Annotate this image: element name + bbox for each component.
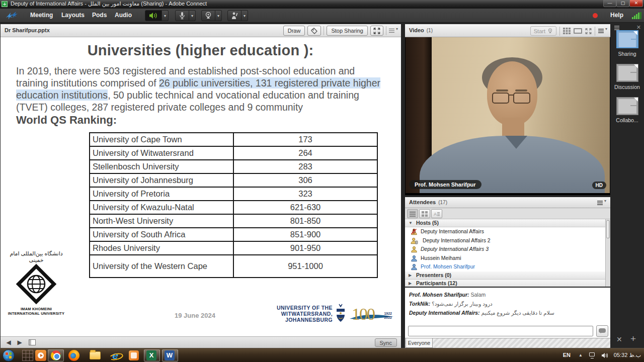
- attendee-row[interactable]: Deputy International Affairs 3: [405, 245, 610, 254]
- attendee-row-selected[interactable]: Prof. Mohsen Sharifpur: [405, 262, 610, 272]
- taskbar-chrome-icon[interactable]: [51, 350, 61, 360]
- tab-everyone[interactable]: Everyone: [406, 338, 433, 348]
- speaker-icon: [149, 12, 158, 19]
- maximize-button[interactable]: ▢: [616, 0, 629, 7]
- host-avatar-icon: [411, 246, 418, 253]
- chat-input[interactable]: [408, 326, 593, 336]
- menu-meeting[interactable]: Meeting: [30, 12, 53, 19]
- attendee-row[interactable]: Deputy International Affairs 2: [405, 236, 610, 245]
- participants-group-row[interactable]: ▶ Participants (12): [405, 280, 610, 287]
- volume-icon[interactable]: [601, 352, 609, 358]
- sync-button[interactable]: Sync: [375, 338, 397, 347]
- webcam-button[interactable]: [201, 10, 215, 21]
- video-pod-menu[interactable]: [598, 28, 607, 34]
- taskbar-media-player-icon[interactable]: [35, 350, 46, 361]
- taskbar-explorer-icon[interactable]: [90, 351, 101, 359]
- layout-discussion-label[interactable]: Discussion: [610, 84, 644, 90]
- attendee-row[interactable]: Deputy International Affairs: [405, 227, 610, 236]
- minimize-button[interactable]: —: [603, 0, 616, 7]
- microphone-dropdown[interactable]: ▾: [189, 10, 196, 21]
- video-fullscreen-icon[interactable]: [585, 28, 592, 34]
- university-cell: University of South Africa: [90, 228, 233, 241]
- chat-text: درود وبینار برگزار نمی‌شود؟: [432, 301, 493, 307]
- table-row: University of Johannesburg306: [90, 173, 377, 187]
- paragraph-text: (TVET) colleges, 287 registered private …: [16, 102, 303, 113]
- speaker-dropdown[interactable]: ▾: [162, 10, 169, 21]
- attendees-toolbar: A: [405, 208, 610, 219]
- attendees-count: (17): [438, 200, 447, 205]
- chat-pod: Prof. Mohsen Sharifpur: Salam TorkNik: د…: [405, 288, 610, 348]
- video-feed: Prof. Mohsen Sharifpur HD: [406, 37, 610, 193]
- attendees-pod: Attendees(17) A ▼ Hosts (5) Deputy Inter…: [405, 197, 610, 287]
- share-pod-menu[interactable]: [389, 28, 398, 34]
- ikiu-calligraphy: دانشگاه بین‌المللی امام خمینی: [6, 250, 66, 263]
- network-icon[interactable]: [589, 352, 597, 358]
- language-indicator[interactable]: EN: [563, 352, 571, 358]
- ikiu-caption: INTERNATIONAL UNIVERSITY: [6, 311, 66, 316]
- attendees-scrollbar[interactable]: [605, 219, 610, 287]
- raise-hand-dropdown[interactable]: ▾: [242, 10, 248, 21]
- draw-button[interactable]: Draw: [283, 26, 305, 36]
- taskbar-internet-explorer-icon[interactable]: e: [110, 350, 121, 361]
- taskbar-word-icon[interactable]: W: [165, 350, 175, 360]
- filmstrip-view-icon[interactable]: [574, 28, 582, 34]
- layout-collaboration-thumbnail[interactable]: [616, 97, 638, 115]
- send-message-button[interactable]: [596, 325, 608, 337]
- table-row: Stellenbosch University283: [90, 160, 377, 173]
- fullscreen-button[interactable]: [370, 26, 383, 36]
- centenary-years: 1922 2022: [384, 312, 392, 320]
- microphone-button[interactable]: [175, 10, 189, 21]
- breakout-view-button[interactable]: [419, 209, 430, 218]
- presenters-group-row[interactable]: ▶ Presenters (0): [405, 272, 610, 280]
- remove-layout-icon[interactable]: ✕: [616, 335, 622, 343]
- layout-collaboration-label[interactable]: Collabo...: [610, 117, 644, 123]
- chat-messages: Prof. Mohsen Sharifpur: Salam TorkNik: د…: [405, 288, 610, 324]
- video-pod: Video(1) Start: [405, 24, 610, 195]
- taskbar-office-icon[interactable]: [129, 350, 139, 360]
- university-cell: University of Kwazulu-Natal: [90, 201, 233, 214]
- stop-sharing-button[interactable]: Stop Sharing: [327, 26, 368, 36]
- recording-indicator: [593, 13, 598, 18]
- status-view-button[interactable]: A: [431, 209, 442, 218]
- chat-sender: Deputy International Affairs:: [409, 310, 480, 316]
- next-slide-button[interactable]: ▶: [16, 339, 24, 346]
- attendees-pod-title: Attendees: [409, 199, 436, 205]
- chat-sender: TorkNik:: [409, 301, 430, 307]
- layout-sharing-thumbnail[interactable]: [616, 30, 638, 48]
- taskbar-firefox-icon[interactable]: [68, 350, 79, 361]
- university-cell: University of Johannesburg: [90, 173, 233, 187]
- menu-pods[interactable]: Pods: [92, 12, 107, 19]
- attendee-row[interactable]: Hussein Meihami: [405, 254, 610, 263]
- add-layout-icon[interactable]: +: [630, 333, 636, 344]
- taskbar-excel-icon[interactable]: X: [146, 350, 156, 360]
- hidden-icons-arrow[interactable]: ▲: [579, 353, 583, 357]
- share-pod-footer: ◀ ▶ Sync: [1, 336, 401, 348]
- help-menu[interactable]: Help: [610, 12, 623, 19]
- previous-slide-button[interactable]: ◀: [5, 339, 13, 346]
- pointer-button[interactable]: [307, 26, 321, 36]
- taskbar-app-grid-icon[interactable]: [22, 350, 33, 361]
- grid-view-icon[interactable]: [563, 28, 571, 34]
- start-button[interactable]: [3, 349, 15, 361]
- list-view-button[interactable]: [407, 209, 418, 218]
- slide-paragraph: In 2019, there were 503 registered and e…: [16, 65, 394, 113]
- taskbar-clock[interactable]: 05:32 ب.ظ: [614, 352, 641, 358]
- raise-hand-button[interactable]: [227, 10, 242, 21]
- start-webcam-button[interactable]: Start: [530, 26, 556, 36]
- speaker-button[interactable]: [145, 10, 162, 21]
- sidebar-toggle-icon[interactable]: [29, 339, 36, 345]
- menu-layouts[interactable]: Layouts: [61, 12, 85, 19]
- window-title: Deputy of International Affairs - معاونت…: [11, 1, 207, 7]
- layout-sharing-label[interactable]: Sharing: [610, 51, 644, 57]
- close-button[interactable]: ✕: [629, 0, 643, 7]
- layout-discussion-thumbnail[interactable]: [616, 64, 638, 82]
- wits-shield-icon: [335, 304, 347, 324]
- table-row: University of Pretoria323: [90, 187, 377, 201]
- fullscreen-icon: [373, 28, 380, 34]
- menu-audio[interactable]: Audio: [115, 12, 132, 19]
- connection-signal-icon[interactable]: [632, 12, 642, 19]
- hosts-group-row[interactable]: ▼ Hosts (5): [405, 219, 610, 227]
- attendees-pod-menu[interactable]: [597, 200, 606, 206]
- svg-text:A: A: [434, 212, 437, 217]
- webcam-dropdown[interactable]: ▾: [215, 10, 222, 21]
